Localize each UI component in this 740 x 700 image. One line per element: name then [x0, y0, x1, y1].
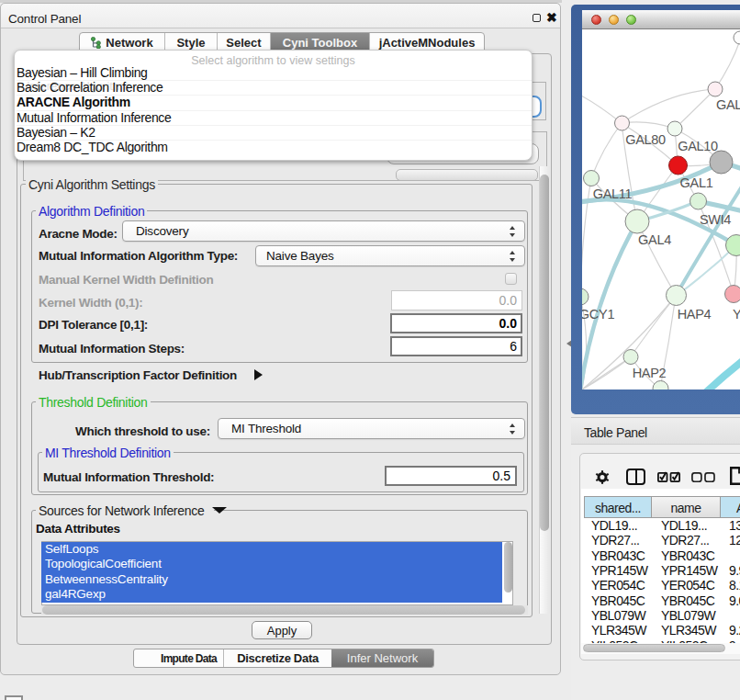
- svg-text:GAL7: GAL7: [716, 97, 740, 112]
- svg-text:GAL11: GAL11: [593, 186, 633, 201]
- svg-text:GAL1: GAL1: [680, 175, 713, 190]
- svg-text:YD: YD: [733, 307, 740, 322]
- svg-text:HAP2: HAP2: [633, 366, 667, 380]
- svg-text:HAP4: HAP4: [678, 307, 712, 322]
- svg-text:GAL80: GAL80: [625, 132, 666, 147]
- svg-text:GCY1: GCY1: [582, 307, 614, 322]
- svg-text:GAL10: GAL10: [678, 139, 718, 153]
- svg-text:SWI4: SWI4: [700, 212, 731, 227]
- svg-text:GAL4: GAL4: [638, 232, 671, 247]
